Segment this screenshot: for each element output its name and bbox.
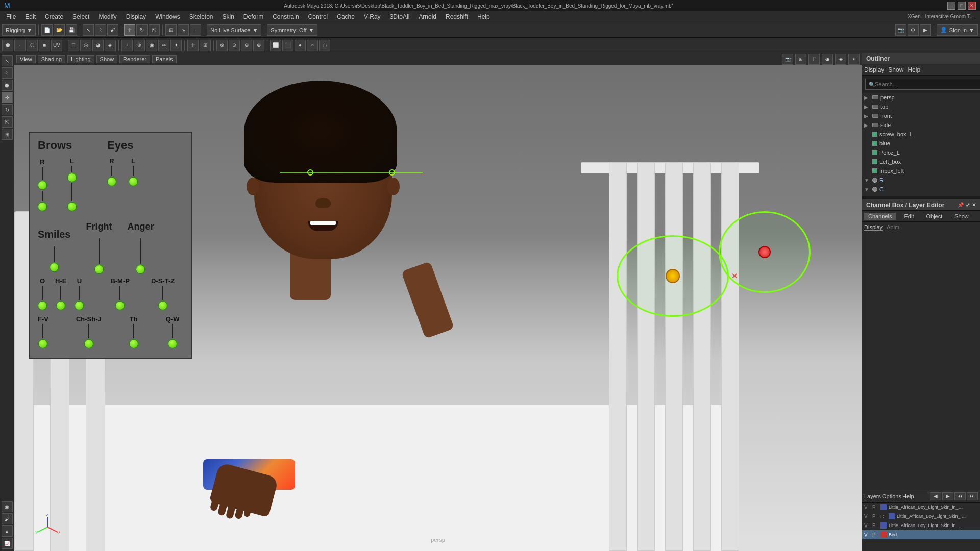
paint-weights-icon[interactable]: 🖌: [2, 513, 13, 524]
display5-button[interactable]: ◌: [319, 40, 330, 51]
menu-item-constrain[interactable]: Constrain: [268, 12, 303, 21]
vp-panels-menu[interactable]: Panels: [152, 55, 177, 63]
channel-box-resize-icon[interactable]: ⤢: [966, 202, 970, 208]
vp-texture-icon[interactable]: ◈: [835, 54, 846, 65]
chshj-dot[interactable]: [84, 339, 93, 348]
hardware-render-button[interactable]: ▶: [920, 24, 931, 36]
maximize-button[interactable]: □: [958, 2, 966, 10]
tool1-button[interactable]: ⊗: [216, 40, 228, 51]
transform-icon[interactable]: ⊞: [2, 129, 13, 140]
menu-item-edit[interactable]: Edit: [21, 12, 40, 21]
graph-icon[interactable]: 📈: [2, 538, 13, 549]
lasso-select-button[interactable]: ⌇: [95, 24, 106, 36]
outliner-item-front[interactable]: ▶ front: [862, 111, 980, 120]
menu-item-help[interactable]: Help: [473, 12, 494, 21]
mirror-button[interactable]: ⇔: [158, 40, 169, 51]
outliner-item-poloz-l[interactable]: ▶ Poloz_L: [862, 148, 980, 157]
render-settings-button[interactable]: ⚙: [908, 24, 919, 36]
sign-in-dropdown[interactable]: 👤 Sign In ▼: [937, 24, 978, 36]
outliner-item-top[interactable]: ▶ top: [862, 102, 980, 111]
layer-item-2[interactable]: V P R Little_African_Boy_Light_Skin_in_F…: [862, 512, 980, 521]
menu-item-deform[interactable]: Deform: [239, 12, 267, 21]
smiles-dot[interactable]: [50, 263, 59, 272]
menu-item-cache[interactable]: Cache: [333, 12, 359, 21]
anim-tab[interactable]: Anim: [887, 224, 899, 231]
brow-l-lower-dot[interactable]: [67, 202, 77, 211]
outliner-item-c-group[interactable]: ▼ C: [862, 185, 980, 194]
bmp-dot[interactable]: [115, 301, 125, 310]
no-live-surface-dropdown[interactable]: No Live Surface ▼: [207, 24, 261, 36]
help-menu[interactable]: Help: [902, 493, 914, 499]
menu-item-skeleton[interactable]: Skeleton: [185, 12, 217, 21]
display2-button[interactable]: ⬛: [282, 40, 293, 51]
save-file-button[interactable]: 💾: [66, 24, 77, 36]
menu-item-3dtoall[interactable]: 3DtoAll: [386, 12, 414, 21]
camera-button[interactable]: 📷: [895, 24, 906, 36]
menu-item-vray[interactable]: V-Ray: [360, 12, 385, 21]
vp-show-menu[interactable]: Show: [96, 55, 118, 63]
display3-button[interactable]: ●: [295, 40, 306, 51]
scale-icon[interactable]: ⇱: [2, 116, 13, 128]
layers-last-button[interactable]: ⏭: [967, 492, 978, 500]
layer-item-3[interactable]: V P Little_African_Boy_Light_Skin_in_Ful…: [862, 521, 980, 530]
scale-tool-button[interactable]: ⇱: [149, 24, 160, 36]
new-file-button[interactable]: 📄: [41, 24, 53, 36]
smooth-button[interactable]: ◎: [80, 40, 91, 51]
layers-menu[interactable]: Layers: [864, 493, 881, 499]
menu-item-skin[interactable]: Skin: [218, 12, 238, 21]
object-mode-button[interactable]: ⬟: [2, 40, 13, 51]
outliner-item-left-box[interactable]: ▶ Left_box: [862, 157, 980, 166]
vp-view-menu[interactable]: View: [16, 55, 36, 63]
outliner-item-r-group[interactable]: ▼ R: [862, 176, 980, 185]
options-menu[interactable]: Options: [882, 493, 901, 499]
menu-item-control[interactable]: Control: [304, 12, 332, 21]
paint-icon[interactable]: ⬟: [2, 80, 13, 91]
brow-l-dot[interactable]: [67, 173, 77, 182]
vertex-mode-button[interactable]: ·: [14, 40, 26, 51]
xray-button[interactable]: ✦: [170, 40, 182, 51]
menu-item-arnold[interactable]: Arnold: [414, 12, 440, 21]
sculpt-icon[interactable]: ▲: [2, 525, 13, 537]
wireframe-button[interactable]: ⎕: [68, 40, 79, 51]
outliner-item-persp[interactable]: ▶ persp: [862, 93, 980, 102]
rigging-dropdown[interactable]: Rigging ▼: [2, 24, 36, 36]
shaded-button[interactable]: ◕: [92, 40, 104, 51]
open-file-button[interactable]: 📂: [54, 24, 65, 36]
fright-dot[interactable]: [94, 265, 104, 274]
vp-shading-menu[interactable]: Shading: [38, 55, 65, 63]
channel-tab-show[interactable]: Show: [950, 213, 973, 220]
select-tool-button[interactable]: ↖: [83, 24, 94, 36]
vp-grid-icon[interactable]: ⊞: [795, 54, 806, 65]
o-dot[interactable]: [38, 301, 47, 310]
paint-select-button[interactable]: 🖌: [107, 24, 118, 36]
layers-first-button[interactable]: ⏮: [954, 492, 966, 500]
snap-grid-button[interactable]: ⊞: [165, 24, 177, 36]
uv-mode-button[interactable]: UV: [51, 40, 62, 51]
outliner-search-input[interactable]: [875, 81, 977, 87]
move-tool-button[interactable]: ✛: [124, 24, 135, 36]
face-mode-button[interactable]: ■: [39, 40, 50, 51]
render-preview-icon[interactable]: ◉: [2, 501, 13, 512]
tool4-button[interactable]: ⊜: [253, 40, 264, 51]
viewport[interactable]: View Shading Lighting Show Renderer Pane…: [14, 53, 862, 551]
menu-item-display[interactable]: Display: [122, 12, 150, 21]
outliner-help-menu[interactable]: Help: [908, 66, 920, 73]
move-icon[interactable]: ✛: [2, 92, 13, 103]
snapping-button[interactable]: +: [121, 40, 133, 51]
display1-button[interactable]: ⬜: [270, 40, 281, 51]
eye-r-dot[interactable]: [107, 177, 116, 186]
vp-shaded-icon[interactable]: ◕: [822, 54, 833, 65]
vp-lighting-menu[interactable]: Lighting: [67, 55, 94, 63]
menu-item-redshift[interactable]: Redshift: [442, 12, 472, 21]
magnet-button[interactable]: ⊕: [134, 40, 145, 51]
qw-dot[interactable]: [168, 339, 177, 348]
vp-lighting-icon[interactable]: ☀: [848, 54, 860, 65]
outliner-item-screw-box-l[interactable]: ▶ screw_box_L: [862, 130, 980, 139]
th-dot[interactable]: [129, 339, 138, 348]
select-tool-icon[interactable]: ↖: [2, 55, 13, 66]
brow-r-dot[interactable]: [38, 181, 47, 190]
symmetry-dropdown[interactable]: Symmetry: Off ▼: [267, 24, 317, 36]
menu-item-file[interactable]: File: [2, 12, 20, 21]
outliner-item-side[interactable]: ▶ side: [862, 120, 980, 130]
close-button[interactable]: ✕: [968, 2, 976, 10]
